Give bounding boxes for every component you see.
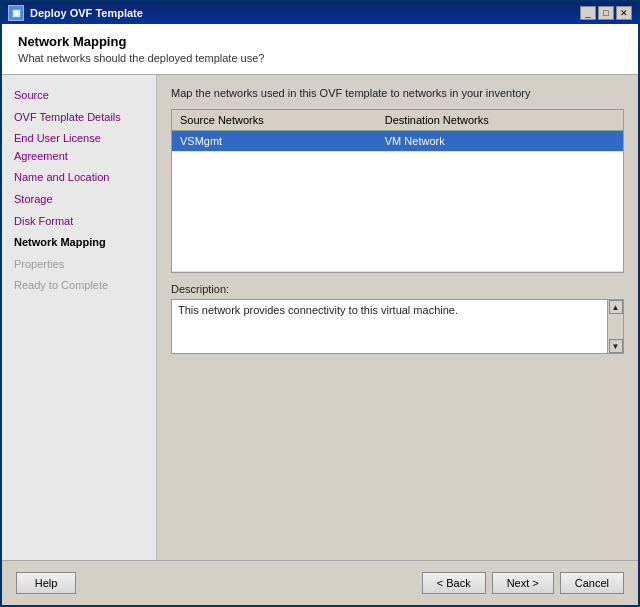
title-bar: ▣ Deploy OVF Template _ □ ✕	[2, 2, 638, 24]
content-area: Source OVF Template Details End User Lic…	[2, 75, 638, 560]
description-text: This network provides connectivity to th…	[178, 304, 458, 316]
sidebar-item-properties: Properties	[10, 254, 148, 276]
scroll-down-button[interactable]: ▼	[609, 339, 623, 353]
minimize-button[interactable]: _	[580, 6, 596, 20]
sidebar-item-name-and-location[interactable]: Name and Location	[10, 167, 148, 189]
footer-left: Help	[16, 572, 76, 594]
scroll-up-button[interactable]: ▲	[609, 300, 623, 314]
maximize-button[interactable]: □	[598, 6, 614, 20]
col-source-networks: Source Networks	[172, 110, 377, 131]
footer-right: < Back Next > Cancel	[422, 572, 624, 594]
sidebar-item-disk-format[interactable]: Disk Format	[10, 211, 148, 233]
main-content-area: Map the networks used in this OVF templa…	[157, 75, 638, 560]
table-empty-area	[172, 152, 623, 272]
main-window: ▣ Deploy OVF Template _ □ ✕ Network Mapp…	[0, 0, 640, 607]
sidebar-item-ovf-template-details[interactable]: OVF Template Details	[10, 107, 148, 129]
sidebar-item-ready-to-complete: Ready to Complete	[10, 275, 148, 297]
back-button[interactable]: < Back	[422, 572, 486, 594]
sidebar-item-storage[interactable]: Storage	[10, 189, 148, 211]
title-bar-controls: _ □ ✕	[580, 6, 632, 20]
description-scrollbar: ▲ ▼	[607, 300, 623, 353]
source-network-cell: VSMgmt	[172, 131, 377, 152]
window-title: Deploy OVF Template	[30, 7, 143, 19]
page-header: Network Mapping What networks should the…	[2, 24, 638, 75]
network-table-container: Source Networks Destination Networks VSM…	[171, 109, 624, 273]
page-subtitle: What networks should the deployed templa…	[18, 52, 622, 64]
next-button[interactable]: Next >	[492, 572, 554, 594]
description-label: Description:	[171, 283, 624, 295]
window-icon: ▣	[8, 5, 24, 21]
title-bar-text: ▣ Deploy OVF Template	[8, 5, 143, 21]
footer: Help < Back Next > Cancel	[2, 560, 638, 605]
sidebar-item-network-mapping: Network Mapping	[10, 232, 148, 254]
close-button[interactable]: ✕	[616, 6, 632, 20]
network-table: Source Networks Destination Networks VSM…	[172, 110, 623, 272]
destination-network-cell: VM Network	[377, 131, 623, 152]
table-row[interactable]: VSMgmt VM Network	[172, 131, 623, 152]
help-button[interactable]: Help	[16, 572, 76, 594]
sidebar-item-source[interactable]: Source	[10, 85, 148, 107]
col-destination-networks: Destination Networks	[377, 110, 623, 131]
description-box: This network provides connectivity to th…	[171, 299, 624, 354]
cancel-button[interactable]: Cancel	[560, 572, 624, 594]
page-title: Network Mapping	[18, 34, 622, 49]
section-description: Map the networks used in this OVF templa…	[171, 87, 624, 99]
sidebar-item-eula[interactable]: End User License Agreement	[10, 128, 148, 167]
sidebar: Source OVF Template Details End User Lic…	[2, 75, 157, 560]
